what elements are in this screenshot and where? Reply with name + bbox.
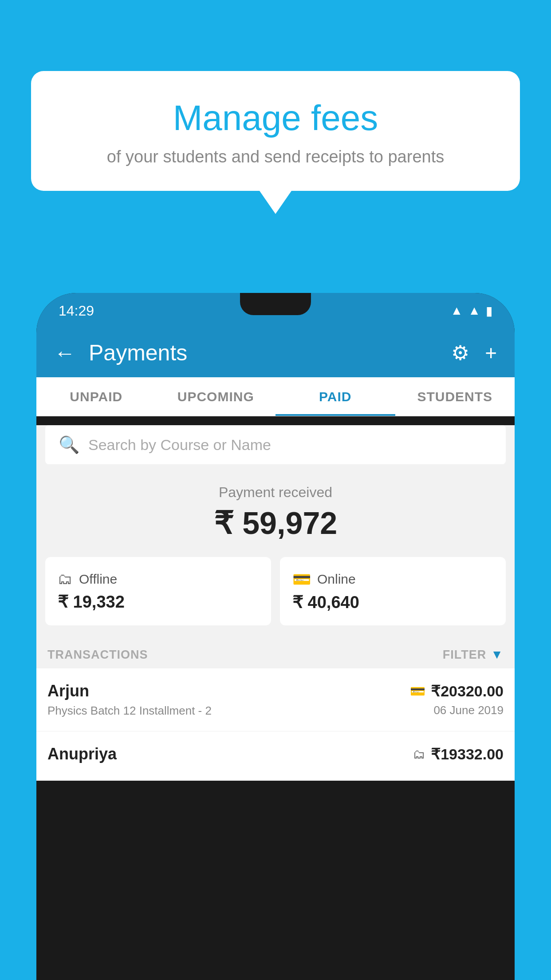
offline-label: Offline: [79, 572, 117, 587]
phone-frame: 14:29 ▲ ▲ ▮ ← Payments ⚙ + UNPAID UPCOMI…: [36, 293, 515, 980]
tab-unpaid[interactable]: UNPAID: [36, 377, 156, 416]
search-icon: 🔍: [59, 435, 79, 454]
transaction-row[interactable]: Anupriya 🗂 ₹19332.00: [36, 731, 515, 781]
status-bar: 14:29 ▲ ▲ ▮: [36, 293, 515, 328]
speech-bubble-title: Manage fees: [53, 98, 498, 138]
offline-icon: 🗂: [58, 570, 73, 588]
tabs-bar: UNPAID UPCOMING PAID STUDENTS: [36, 377, 515, 416]
student-name: Arjun: [47, 682, 212, 700]
transaction-amount: ₹19332.00: [431, 745, 504, 763]
search-placeholder-text: Search by Course or Name: [88, 436, 271, 454]
online-card-header: 💳 Online: [292, 570, 493, 588]
tab-students[interactable]: STUDENTS: [395, 377, 515, 416]
search-bar[interactable]: 🔍 Search by Course or Name: [45, 425, 506, 464]
course-detail: Physics Batch 12 Installment - 2: [47, 704, 212, 718]
filter-icon: ▼: [491, 648, 504, 662]
speech-bubble: Manage fees of your students and send re…: [31, 71, 520, 191]
online-label: Online: [317, 572, 356, 587]
filter-button[interactable]: FILTER ▼: [443, 648, 504, 662]
payment-total-amount: ₹ 59,972: [50, 505, 501, 541]
status-time: 14:29: [59, 303, 94, 319]
filter-label: FILTER: [443, 648, 486, 662]
online-amount: ₹ 40,640: [292, 593, 493, 612]
page-title: Payments: [89, 340, 451, 366]
transaction-amount-info: 🗂 ₹19332.00: [413, 745, 504, 767]
tab-upcoming[interactable]: UPCOMING: [156, 377, 276, 416]
transaction-amount-info: 💳 ₹20320.00 06 June 2019: [410, 682, 504, 717]
back-button[interactable]: ←: [54, 341, 75, 365]
transaction-info: Arjun Physics Batch 12 Installment - 2: [47, 682, 212, 718]
transactions-label: TRANSACTIONS: [47, 648, 148, 662]
offline-amount: ₹ 19,332: [58, 592, 259, 612]
transaction-row[interactable]: Arjun Physics Batch 12 Installment - 2 💳…: [36, 668, 515, 731]
offline-card: 🗂 Offline ₹ 19,332: [45, 557, 271, 625]
transactions-header: TRANSACTIONS FILTER ▼: [36, 639, 515, 668]
payment-summary: Payment received ₹ 59,972: [36, 464, 515, 557]
settings-icon[interactable]: ⚙: [451, 341, 469, 365]
transaction-date: 06 June 2019: [410, 703, 504, 717]
battery-icon: ▮: [486, 304, 492, 318]
payment-cards: 🗂 Offline ₹ 19,332 💳 Online ₹ 40,640: [36, 557, 515, 639]
app-header: ← Payments ⚙ +: [36, 328, 515, 377]
amount-row: 💳 ₹20320.00: [410, 682, 504, 700]
amount-row: 🗂 ₹19332.00: [413, 745, 504, 763]
online-card: 💳 Online ₹ 40,640: [280, 557, 506, 625]
student-name: Anupriya: [47, 745, 117, 763]
tab-paid[interactable]: PAID: [276, 377, 395, 416]
header-action-icons: ⚙ +: [451, 341, 497, 365]
status-icons: ▲ ▲ ▮: [451, 304, 492, 318]
wifi-icon: ▲: [451, 304, 463, 318]
payment-type-icon: 🗂: [413, 747, 425, 762]
transaction-amount: ₹20320.00: [431, 682, 504, 700]
payment-type-icon: 💳: [410, 684, 425, 699]
payment-label: Payment received: [50, 484, 501, 501]
signal-icon: ▲: [468, 304, 480, 318]
phone-notch: [240, 293, 311, 315]
transaction-info: Anupriya: [47, 745, 117, 767]
offline-card-header: 🗂 Offline: [58, 570, 259, 588]
online-icon: 💳: [292, 570, 311, 588]
speech-bubble-subtitle: of your students and send receipts to pa…: [53, 147, 498, 166]
add-icon[interactable]: +: [485, 341, 497, 365]
app-content: 🔍 Search by Course or Name Payment recei…: [36, 425, 515, 781]
